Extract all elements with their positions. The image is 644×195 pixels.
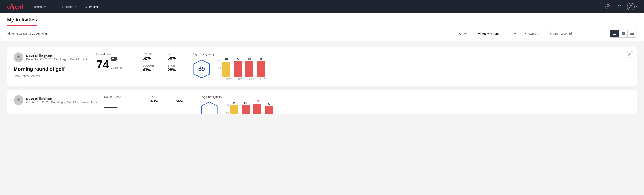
sub-stat-row-2: Up/Down 43% 1 Putt 28% [143,64,186,72]
card2-bar-app-fill [242,105,250,114]
svg-rect-11 [630,32,634,32]
view-toggle-group [610,30,637,38]
svg-point-17 [18,98,20,100]
round-score-label: Round Score [96,52,132,56]
card2-user-avatar [14,95,24,105]
x-label-app: APP [236,78,244,80]
user-name: Dave Billingham [26,54,89,58]
add-button[interactable] [604,3,612,11]
activity-card-2: Dave Billingham October 16, 2021 · Gog M… [7,90,637,114]
filter-bar: Viewing 12 out of 29 Activities Show: Al… [0,26,644,42]
view-toggle-list-loose[interactable] [628,30,637,38]
card2-fw-hit-label: FW Hit [150,95,168,98]
card2-sub-stat-fw-hit: FW Hit 43% [150,95,168,104]
card2-sub-stat-row: FW Hit 43% GIR 56% [150,95,193,104]
card2-bar-app-value: 92 [244,101,247,104]
refresh-button[interactable] [616,3,624,11]
svg-point-3 [630,5,632,7]
search-input[interactable] [546,30,604,38]
bar-putt-fill [257,61,265,77]
card2-bar-app: 92 [242,101,250,114]
nav-link-teams[interactable]: Teams ▾ [30,3,49,10]
card2-avg-shot-quality-label: Avg Shot Quality [200,95,273,98]
1putt-label: 1 Putt [168,64,186,68]
user-avatar [14,52,24,62]
card2-sub-stat-gir: GIR 56% [176,95,193,104]
card2-score-placeholder [104,100,117,108]
data-source: Data Source: Arccos [14,74,89,78]
1putt-value: 28% [168,68,186,72]
card2-stats-section: Round Score FW Hit 43% GIR 56% [104,95,193,108]
avatar-button[interactable]: ▾ [627,3,637,10]
bar-ott: 85 [222,58,230,77]
y-label-0: 0 [217,74,221,77]
svg-rect-14 [630,34,634,35]
bar-chart: 100 50 0 85 [217,57,267,77]
x-label-putt: PUTT [259,78,267,80]
card2-bar-ott: 94 [230,101,238,114]
card2-gir-value: 56% [176,99,193,104]
y-axis: 100 50 0 [217,59,221,77]
shot-quality-content: 89 100 50 0 [193,57,267,80]
activities-list: Dave Billingham December 05, 2021 · Gog … [0,42,644,120]
card2-user-date: October 16, 2021 · Gog Magog Golf Club -… [26,100,97,104]
edit-button[interactable] [626,51,633,58]
user-info: Dave Billingham December 05, 2021 · Gog … [26,54,89,61]
card2-gir-label: GIR [176,95,193,98]
bar-app: 90 [234,57,242,77]
card2-bar-arg: 106 [253,100,261,114]
viewing-count-text: Viewing 12 out of 29 Activities [7,32,454,36]
hex-quality-badge: 89 [193,59,211,79]
bar-app-value: 90 [236,57,239,60]
svg-rect-9 [622,34,623,35]
bar-putt-value: 89 [260,57,262,60]
keywords-label: Keywords: [524,32,539,36]
fw-hit-label: FW Hit [143,52,161,56]
gir-value: 50% [168,56,186,61]
card-left: Dave Billingham December 05, 2021 · Gog … [14,52,89,78]
card2-bar-ott-fill [230,105,238,114]
bar-putt: 89 [257,57,265,77]
avatar-chevron-icon: ▾ [636,5,637,8]
nav-link-performance[interactable]: Performance ▾ [51,3,79,10]
fw-hit-value: 62% [143,56,161,61]
y-label-50: 50 [217,67,221,70]
card2-bar-chart: 100 50 0 94 92 [224,100,273,114]
app-logo[interactable]: clippd [7,3,23,10]
sub-stat-row-1: FW Hit 62% GIR 50% [143,52,186,61]
card2-sub-stats: FW Hit 43% GIR 56% [150,95,193,104]
card2-bar-chart-wrapper: 100 50 0 94 92 [224,100,273,114]
card2-user-info: Dave Billingham October 16, 2021 · Gog M… [26,96,97,104]
card2-bar-arg-fill [253,104,261,114]
score-badge: +4 [111,57,117,61]
svg-rect-4 [612,32,616,32]
page-title: My Activities [7,17,37,26]
view-toggle-grid[interactable] [619,30,628,38]
gir-label: GIR [168,52,186,56]
nav-link-activities[interactable]: Activities [81,3,101,10]
bar-ott-value: 85 [225,58,228,61]
card2-shot-quality-content: 100 50 0 94 92 [200,100,273,114]
avg-shot-quality-label: Avg Shot Quality [193,52,267,56]
svg-rect-7 [622,32,623,33]
card2-avg-shot-quality-section: Avg Shot Quality 100 50 0 [200,95,273,114]
svg-rect-5 [612,33,616,34]
view-toggle-list-tight[interactable] [610,30,619,38]
bar-ott-fill [222,62,230,77]
bar-chart-wrapper: 100 50 0 85 [217,57,267,80]
avatar [627,3,635,10]
bar-arg: 89 [246,57,254,77]
activity-title: Morning round of golf [14,66,89,72]
svg-marker-18 [202,102,217,114]
bar-app-fill [234,61,242,77]
card2-bar-arg-value: 106 [255,100,260,103]
card2-fw-hit-value: 43% [150,99,168,104]
bars-container: 85 90 89 [222,57,265,77]
updown-value: 43% [143,68,161,72]
sub-stat-gir: GIR 50% [168,52,186,61]
activity-type-select[interactable]: All Activity Types [475,30,519,38]
score-value: 74 [96,59,109,70]
svg-rect-6 [612,34,616,34]
card2-bar-putt-fill [265,106,273,114]
svg-rect-10 [624,34,625,35]
